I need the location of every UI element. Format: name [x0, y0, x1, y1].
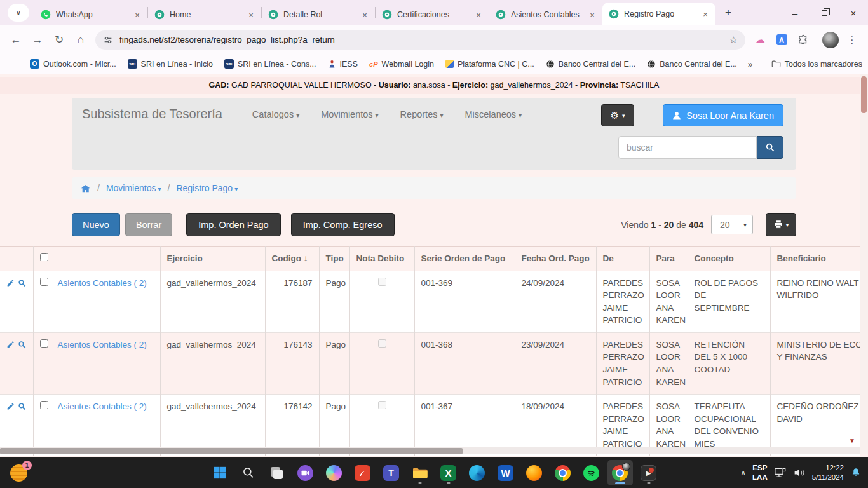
network-icon[interactable]	[774, 467, 787, 478]
bookmark-banco-central-1[interactable]: Banco Central del E...	[546, 60, 636, 69]
imp-comp-egreso-button[interactable]: Imp. Comp. Egreso	[291, 213, 395, 236]
language-indicator[interactable]: ESP LAA	[752, 463, 768, 482]
home-icon[interactable]	[81, 184, 91, 193]
bookmark-banco-central-2[interactable]: Banco Central del E...	[647, 60, 737, 69]
taskbar-search-button[interactable]	[236, 460, 261, 485]
vertical-scrollbar[interactable]	[860, 74, 868, 454]
menu-movimientos[interactable]: Movimientos▾	[321, 109, 378, 119]
menu-reportes[interactable]: Reportes▾	[400, 109, 444, 119]
bookmark-webmail[interactable]: cPWebmail Login	[369, 60, 434, 69]
header-concepto[interactable]: Concepto	[688, 247, 770, 271]
bookmarks-overflow-icon[interactable]: »	[748, 59, 753, 69]
home-button[interactable]: ⌂	[71, 30, 90, 50]
tab-close-icon[interactable]: ×	[587, 10, 597, 20]
url-text[interactable]: fingads.net/sf2/tesoreria/registro_pago_…	[119, 35, 729, 44]
teams-button[interactable]: T	[379, 460, 404, 485]
tab-certificaciones[interactable]: Certificaciones ×	[376, 4, 489, 25]
header-fecha[interactable]: Fecha Ord. Pago	[515, 247, 596, 271]
header-codigo[interactable]: Codigo ↓	[265, 247, 319, 271]
row-checkbox[interactable]	[40, 278, 48, 286]
bookmark-sri-inicio[interactable]: SRISRI en Línea - Inicio	[128, 59, 213, 69]
header-serie[interactable]: Serie Orden de Pago	[414, 247, 515, 271]
bookmark-sri-consultas[interactable]: SRISRI en Línea - Cons...	[224, 59, 316, 69]
header-beneficiario[interactable]: Beneficiario	[770, 247, 860, 271]
search-button[interactable]	[757, 136, 783, 159]
horizontal-scrollbar[interactable]	[0, 447, 860, 454]
notification-bell-icon[interactable]	[850, 467, 862, 478]
site-info-icon[interactable]	[103, 35, 113, 45]
bookmark-outlook[interactable]: OOutlook.com - Micr...	[30, 59, 116, 69]
chrome-active-window-button[interactable]	[607, 460, 633, 485]
pdf-app-button[interactable]	[350, 460, 376, 485]
breadcrumb-movimientos[interactable]: Movimientos▾	[106, 183, 161, 193]
extensions-puzzle-icon[interactable]	[794, 31, 812, 49]
asientos-contables-link[interactable]: Asientos Contables ( 2)	[58, 402, 147, 411]
window-restore-button[interactable]	[810, 0, 839, 25]
print-button[interactable]: ▾	[766, 213, 796, 236]
tab-whatsapp[interactable]: WhatsApp ×	[34, 4, 147, 25]
header-nota-debito[interactable]: Nota Debito	[349, 247, 414, 271]
new-tab-button[interactable]: +	[719, 4, 737, 22]
file-explorer-button[interactable]	[407, 460, 433, 485]
header-de[interactable]: De	[596, 247, 649, 271]
excel-button[interactable]: X	[436, 460, 461, 485]
bookmark-star-icon[interactable]: ☆	[729, 34, 738, 46]
back-button[interactable]: ←	[6, 30, 25, 50]
vertical-scrollbar-thumb[interactable]	[861, 76, 867, 113]
header-para[interactable]: Para	[649, 247, 688, 271]
start-button[interactable]	[207, 460, 233, 485]
header-tipo[interactable]: Tipo	[319, 247, 349, 271]
borrar-button[interactable]: Borrar	[125, 213, 172, 236]
tab-home[interactable]: Home ×	[148, 4, 261, 25]
copilot-button[interactable]	[322, 460, 347, 485]
settings-gear-button[interactable]: ⚙▾	[601, 104, 634, 126]
imp-orden-pago-button[interactable]: Imp. Orden Pago	[186, 213, 280, 236]
edit-pencil-icon[interactable]	[6, 402, 15, 411]
media-app-button[interactable]: ▶	[636, 460, 661, 485]
breadcrumb-registro-pago[interactable]: Registro Pago▾	[176, 183, 238, 193]
chrome-button[interactable]	[550, 460, 576, 485]
search-input[interactable]	[618, 136, 757, 159]
tab-close-icon[interactable]: ×	[132, 10, 142, 20]
browser-menu-icon[interactable]: ⋮	[843, 31, 861, 49]
profile-avatar[interactable]	[822, 32, 839, 48]
asientos-contables-link[interactable]: Asientos Contables ( 2)	[58, 278, 147, 288]
row-checkbox[interactable]	[40, 339, 48, 348]
menu-catalogos[interactable]: Catalogos▾	[252, 109, 299, 119]
all-bookmarks-folder[interactable]: Todos los marcadores	[771, 60, 862, 69]
view-magnifier-icon[interactable]	[18, 402, 26, 411]
tab-search-button[interactable]: ∨	[8, 4, 29, 22]
word-button[interactable]: W	[493, 460, 519, 485]
tray-clock[interactable]: 12:22 5/11/2024	[812, 463, 844, 482]
per-page-select[interactable]: 20▾	[711, 215, 753, 234]
tab-asientos-contables[interactable]: Asientos Contables ×	[489, 4, 602, 25]
header-ejercicio[interactable]: Ejercicio	[160, 247, 265, 271]
edge-button[interactable]	[465, 460, 490, 485]
camera-app-button[interactable]	[293, 460, 318, 485]
tab-close-icon[interactable]: ×	[473, 10, 484, 20]
tab-close-icon[interactable]: ×	[360, 10, 370, 20]
row-checkbox[interactable]	[40, 401, 48, 409]
bookmark-cnc[interactable]: Plataforma CNC | C...	[445, 60, 534, 69]
nuevo-button[interactable]: Nuevo	[72, 213, 120, 236]
tab-close-icon[interactable]: ×	[246, 10, 256, 20]
firefox-button[interactable]	[522, 460, 547, 485]
tray-chevron-up-icon[interactable]: ∧	[740, 468, 746, 477]
notification-app-icon[interactable]: 1	[10, 464, 27, 482]
user-button[interactable]: Sosa Loor Ana Karen	[663, 104, 783, 126]
volume-icon[interactable]	[793, 467, 806, 478]
edit-pencil-icon[interactable]	[6, 278, 15, 288]
select-all-checkbox[interactable]	[40, 253, 48, 261]
edit-pencil-icon[interactable]	[6, 340, 15, 349]
menu-miscelaneos[interactable]: Miscelaneos▾	[465, 109, 522, 119]
weather-extension-icon[interactable]: ☁	[751, 31, 769, 49]
forward-button[interactable]: →	[28, 30, 47, 50]
reload-button[interactable]: ↻	[50, 30, 69, 50]
address-bar[interactable]: fingads.net/sf2/tesoreria/registro_pago_…	[95, 30, 745, 50]
view-magnifier-icon[interactable]	[18, 340, 26, 349]
task-view-button[interactable]	[264, 460, 290, 485]
window-minimize-button[interactable]: –	[780, 0, 810, 25]
translate-icon[interactable]: A	[773, 31, 790, 49]
tab-registro-pago-active[interactable]: Registro Pago ×	[602, 3, 715, 25]
bookmark-iess[interactable]: IESS	[328, 60, 358, 69]
